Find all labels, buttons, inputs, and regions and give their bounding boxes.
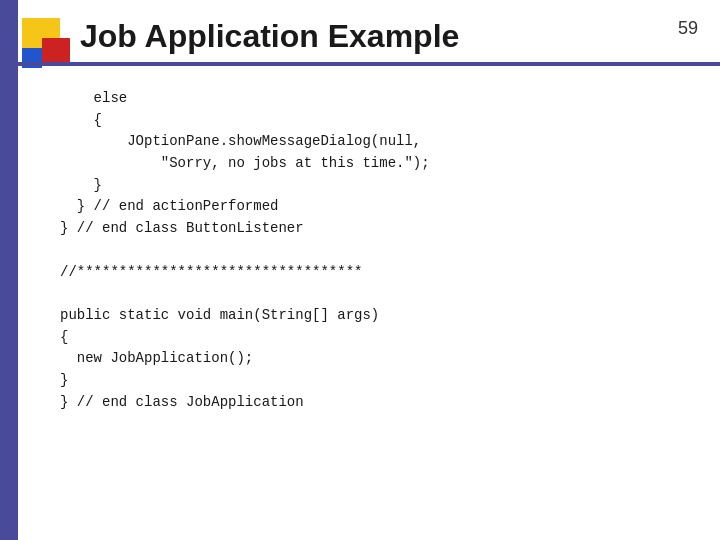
title-underline	[18, 62, 720, 66]
slide: Job Application Example 59 else { JOptio…	[0, 0, 720, 540]
code-block: else { JOptionPane.showMessageDialog(nul…	[60, 88, 430, 413]
slide-title: Job Application Example	[80, 18, 459, 55]
slide-number: 59	[678, 18, 698, 39]
left-bar-decoration	[0, 0, 18, 540]
